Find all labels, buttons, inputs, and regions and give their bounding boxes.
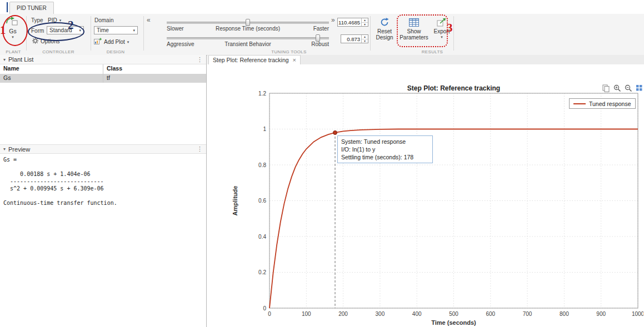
response-time-spinner[interactable]: 110.4685 ▴ ▾ bbox=[337, 18, 368, 27]
export-label: Export bbox=[430, 28, 453, 34]
form-value: Standard bbox=[49, 27, 72, 33]
transient-behavior-spinner[interactable]: 0.873 ▴ ▾ bbox=[341, 34, 368, 43]
left-panel: ▾ Plant List ⋮ Name Class Gs tf ▾ Previe… bbox=[0, 55, 207, 327]
add-plot-icon bbox=[94, 38, 102, 46]
toolstrip: Gs ▾ PLANT Type PID ▾ Form Standard ▾ bbox=[0, 14, 644, 56]
transient-spin-buttons[interactable]: ▴ ▾ bbox=[361, 35, 368, 43]
add-plot-caret-icon: ▾ bbox=[127, 40, 129, 44]
reset-design-button[interactable]: Reset Design bbox=[372, 16, 397, 41]
reset-icon bbox=[372, 16, 397, 28]
svg-text:800: 800 bbox=[560, 311, 569, 317]
response-time-slider[interactable] bbox=[167, 22, 329, 24]
legend-label: Tuned response bbox=[589, 100, 631, 107]
reset-design-label-2: Design bbox=[372, 34, 397, 41]
svg-text:400: 400 bbox=[412, 311, 422, 317]
response-time-spin-buttons[interactable]: ▴ ▾ bbox=[361, 18, 368, 26]
type-value: PID bbox=[48, 17, 57, 23]
tab-pid-tuner[interactable]: PID TUNER bbox=[9, 2, 54, 14]
plant-list-header[interactable]: ▾ Plant List ⋮ bbox=[0, 55, 206, 64]
domain-caret-icon: ▾ bbox=[133, 28, 135, 33]
tab-pid-tuner-label: PID TUNER bbox=[17, 5, 47, 11]
column-header-class: Class bbox=[103, 64, 206, 74]
options-button[interactable]: Options bbox=[32, 38, 59, 45]
main-panel: Step Plot: Reference tracking × Step Plo… bbox=[207, 55, 644, 327]
domain-label: Domain bbox=[94, 17, 113, 23]
svg-text:0.6: 0.6 bbox=[258, 198, 266, 204]
pid-tuner-window: PID TUNER Gs ▾ PLANT Type PID ▾ Form Sta… bbox=[0, 0, 644, 327]
svg-text:900: 900 bbox=[596, 311, 606, 317]
transient-behavior-value[interactable]: 0.873 bbox=[341, 35, 361, 43]
collapse-right-icon[interactable]: » bbox=[331, 16, 335, 24]
type-caret-icon: ▾ bbox=[59, 18, 62, 23]
form-dropdown[interactable]: Standard ▾ bbox=[47, 26, 84, 34]
parameters-table-icon bbox=[399, 16, 429, 28]
faster-label: Faster bbox=[313, 26, 329, 32]
gear-icon bbox=[32, 38, 38, 45]
section-label-plant: PLANT bbox=[6, 49, 21, 54]
legend-line-sample bbox=[573, 103, 586, 104]
add-plot-button[interactable]: Add Plot ▾ bbox=[94, 38, 129, 46]
plant-selector[interactable]: Gs bbox=[0, 28, 26, 34]
tab-accent-bar bbox=[7, 2, 8, 12]
type-dropdown[interactable]: PID ▾ bbox=[48, 17, 61, 23]
column-header-name: Name bbox=[0, 64, 103, 74]
svg-text:200: 200 bbox=[338, 311, 348, 317]
domain-dropdown[interactable]: Time ▾ bbox=[94, 26, 138, 34]
legend: Tuned response bbox=[569, 98, 636, 109]
transient-behavior-slider[interactable] bbox=[167, 37, 329, 39]
plant-selector-caret-icon[interactable]: ▾ bbox=[0, 35, 26, 39]
response-time-value[interactable]: 110.4685 bbox=[338, 18, 361, 26]
preview-title: Preview bbox=[8, 146, 30, 153]
spin-down-icon[interactable]: ▾ bbox=[362, 39, 368, 43]
svg-text:600: 600 bbox=[486, 311, 495, 317]
svg-text:500: 500 bbox=[449, 311, 458, 317]
data-tip: System: Tuned response I/O: In(1) to y S… bbox=[337, 135, 433, 163]
tab-step-plot[interactable]: Step Plot: Reference tracking × bbox=[208, 55, 301, 64]
tab-strip: PID TUNER bbox=[0, 0, 644, 14]
svg-text:1: 1 bbox=[263, 126, 266, 132]
section-label-results: RESULTS bbox=[422, 49, 443, 54]
svg-text:0.4: 0.4 bbox=[258, 234, 266, 240]
collapse-left-icon[interactable]: « bbox=[147, 16, 151, 24]
svg-text:1.2: 1.2 bbox=[258, 90, 266, 97]
data-tip-line-2: I/O: In(1) to y bbox=[341, 145, 429, 153]
collapse-icon[interactable]: ▾ bbox=[3, 57, 6, 62]
collapse-icon[interactable]: ▾ bbox=[3, 147, 6, 152]
svg-text:0: 0 bbox=[263, 305, 266, 311]
section-separator bbox=[26, 16, 27, 51]
preview-header[interactable]: ▾ Preview ⋮ bbox=[0, 144, 206, 154]
response-time-label: Response Time (seconds) bbox=[216, 26, 280, 32]
slower-label: Slower bbox=[167, 26, 184, 32]
section-label-design: DESIGN bbox=[107, 49, 124, 54]
reset-design-label-1: Reset bbox=[372, 28, 397, 34]
options-label: Options bbox=[41, 38, 59, 44]
show-parameters-label-1: Show bbox=[399, 28, 429, 34]
plant-row-name: Gs bbox=[0, 74, 103, 83]
section-label-controller: CONTROLLER bbox=[42, 49, 74, 54]
form-caret-icon: ▾ bbox=[79, 28, 81, 33]
svg-text:700: 700 bbox=[523, 311, 532, 317]
spin-down-icon[interactable]: ▾ bbox=[362, 22, 368, 27]
tab-step-plot-label: Step Plot: Reference tracking bbox=[213, 57, 289, 63]
show-parameters-label-2: Parameters bbox=[399, 34, 429, 41]
robust-label: Robust bbox=[311, 41, 329, 47]
aggressive-label: Aggressive bbox=[167, 41, 194, 47]
plant-list-menu-icon[interactable]: ⋮ bbox=[197, 56, 203, 63]
svg-text:0: 0 bbox=[268, 311, 271, 317]
add-plot-label: Add Plot bbox=[104, 39, 125, 45]
svg-text:100: 100 bbox=[302, 311, 311, 317]
plant-table-row[interactable]: Gs tf bbox=[0, 74, 206, 83]
show-parameters-button[interactable]: Show Parameters bbox=[399, 16, 429, 41]
svg-text:300: 300 bbox=[376, 311, 385, 317]
plant-list-title: Plant List bbox=[8, 56, 33, 63]
svg-text:0.2: 0.2 bbox=[258, 269, 266, 275]
plant-table-header: Name Class bbox=[0, 64, 206, 74]
svg-text:Time (seconds): Time (seconds) bbox=[431, 319, 476, 326]
section-separator bbox=[453, 16, 454, 51]
preview-menu-icon[interactable]: ⋮ bbox=[197, 145, 203, 153]
close-icon[interactable]: × bbox=[293, 57, 296, 63]
import-plant-icon[interactable] bbox=[5, 16, 18, 27]
export-caret-icon: ▾ bbox=[430, 34, 453, 39]
data-tip-line-3: Settling time (seconds): 178 bbox=[341, 153, 429, 161]
export-button[interactable]: Export ▾ bbox=[430, 16, 453, 39]
